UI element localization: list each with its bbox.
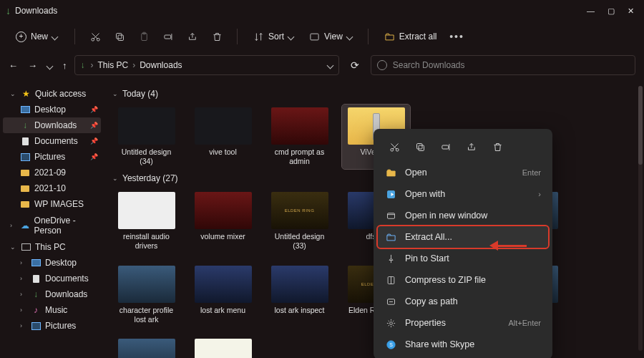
share-button[interactable]: [182, 26, 203, 47]
chevron-down-icon: ⌄: [112, 90, 118, 97]
file-thumbnail: [195, 266, 252, 303]
downloads-icon: ↓: [81, 60, 85, 70]
file-item[interactable]: reinstall audio drivers: [112, 189, 180, 253]
copy-button[interactable]: [109, 26, 130, 47]
sidebar-pc-downloads[interactable]: ›↓Downloads: [3, 286, 101, 302]
file-thumbnail: [118, 266, 175, 303]
ctx-compress-zip[interactable]: Compress to ZIP file: [378, 269, 548, 291]
close-button[interactable]: ✕: [628, 6, 634, 16]
pin-icon: 📌: [90, 137, 98, 145]
ctx-copy-path[interactable]: Copy as path: [378, 291, 548, 312]
file-thumbnail: [271, 266, 328, 303]
svg-rect-11: [416, 143, 422, 149]
sidebar-item-wp-images[interactable]: WP IMAGES: [3, 196, 101, 212]
sidebar-onedrive[interactable]: › ☁ OneDrive - Person: [3, 218, 101, 233]
file-thumbnail: [118, 339, 175, 358]
ctx-delete-button[interactable]: [488, 137, 507, 156]
ctx-open[interactable]: Open Enter: [378, 162, 548, 183]
ctx-pin-start[interactable]: Pin to Start: [378, 248, 548, 269]
new-button[interactable]: + New: [9, 29, 64, 45]
more-button[interactable]: •••: [447, 26, 467, 47]
pic-icon: [31, 321, 41, 331]
svg-rect-14: [387, 213, 394, 218]
up-button[interactable]: ↑: [62, 60, 67, 71]
ctx-cut-button[interactable]: [385, 137, 404, 156]
maximize-button[interactable]: ▢: [608, 6, 615, 16]
file-thumbnail: [118, 192, 175, 229]
music-icon: ♪: [31, 305, 41, 315]
refresh-button[interactable]: ⟳: [351, 59, 359, 71]
file-item[interactable]: [112, 336, 180, 358]
file-item[interactable]: cmd prompt as admin: [265, 105, 333, 169]
sidebar-this-pc[interactable]: ⌄ This PC: [3, 239, 101, 255]
file-name: reinstall audio drivers: [114, 232, 179, 251]
sidebar-pc-music[interactable]: ›♪Music: [3, 302, 101, 318]
skype-icon: S: [385, 339, 396, 350]
sidebar-quick-access[interactable]: ⌄ ★ Quick access: [3, 86, 101, 102]
chevron-down-icon: ⌄: [10, 243, 16, 251]
scrollbar-thumb[interactable]: [638, 86, 643, 165]
minimize-button[interactable]: —: [587, 6, 595, 15]
svg-text:S: S: [389, 342, 393, 347]
sort-icon: [253, 32, 264, 42]
file-name: character profile lost ark: [114, 306, 179, 324]
paste-button[interactable]: [134, 26, 154, 47]
chevron-down-icon[interactable]: [328, 62, 333, 69]
group-header[interactable]: ⌄Today (4): [112, 89, 635, 99]
address-bar[interactable]: ↓ › This PC › Downloads: [74, 55, 339, 75]
ctx-copy-button[interactable]: [411, 137, 429, 156]
forward-button[interactable]: →: [28, 60, 37, 71]
ctx-open-new-window[interactable]: Open in new window: [378, 205, 548, 226]
file-item[interactable]: character profile lost ark: [112, 263, 180, 327]
sidebar-pc-pictures[interactable]: ›Pictures: [3, 318, 101, 334]
downloads-app-icon: ↓: [6, 5, 11, 16]
sidebar-item-downloads[interactable]: ↓Downloads📌: [3, 117, 101, 133]
file-name: lost ark inspect: [274, 306, 324, 315]
chevron-down-icon: [347, 32, 352, 42]
search-input[interactable]: Search Downloads: [371, 55, 635, 75]
pin-icon: 📌: [90, 106, 98, 113]
extract-icon: [385, 231, 396, 243]
chevron-right-icon: ›: [10, 222, 16, 229]
sort-button[interactable]: Sort: [248, 29, 299, 45]
breadcrumb-current[interactable]: Downloads: [140, 60, 182, 70]
ctx-share-skype[interactable]: S Share with Skype: [378, 334, 548, 355]
sidebar-item-documents[interactable]: Documents📌: [3, 133, 101, 149]
file-item[interactable]: Untitled design (34): [112, 105, 180, 169]
recent-button[interactable]: [47, 60, 52, 71]
file-item[interactable]: vive tool: [189, 105, 257, 169]
annotation-arrow: [488, 241, 531, 251]
file-name: vive tool: [209, 147, 237, 157]
ctx-share-button[interactable]: [462, 137, 481, 156]
file-item[interactable]: lost ark inspect: [265, 263, 333, 327]
properties-icon: [385, 317, 396, 329]
delete-button[interactable]: [207, 26, 227, 47]
pin-icon: 📌: [90, 122, 98, 129]
ctx-rename-button[interactable]: [436, 137, 455, 156]
back-button[interactable]: ←: [9, 60, 18, 71]
sidebar-item-2021-10[interactable]: 2021-10: [3, 180, 101, 196]
sidebar-pc-documents[interactable]: ›Documents: [3, 271, 101, 286]
sidebar-item-2021-09[interactable]: 2021-09: [3, 165, 101, 180]
rename-button[interactable]: [158, 26, 178, 47]
context-icon-row: [378, 133, 548, 162]
pc-icon: [21, 242, 31, 252]
chevron-down-icon: ⌄: [10, 90, 16, 97]
file-item[interactable]: ELDEN RINGUntitled design (33): [265, 189, 333, 253]
ctx-properties[interactable]: Properties Alt+Enter: [378, 312, 548, 334]
dl-icon: ↓: [20, 120, 30, 130]
file-item[interactable]: volume mixer: [189, 189, 257, 253]
view-button[interactable]: View: [303, 29, 358, 45]
svg-rect-10: [419, 145, 424, 151]
sidebar-item-desktop[interactable]: Desktop📌: [3, 102, 101, 117]
file-item[interactable]: lost ark menu: [189, 263, 257, 327]
file-item[interactable]: elden ring 60 fps: [189, 336, 257, 358]
svg-rect-6: [164, 35, 170, 39]
sidebar-pc-desktop[interactable]: ›Desktop: [3, 255, 101, 271]
sidebar-item-pictures[interactable]: Pictures📌: [3, 149, 101, 165]
extract-all-button[interactable]: Extract all: [379, 29, 443, 45]
ctx-open-with[interactable]: Open with ›: [378, 183, 548, 205]
nav-arrows: ← → ↑: [9, 60, 67, 71]
breadcrumb-root[interactable]: This PC: [98, 60, 129, 70]
cut-button[interactable]: [85, 26, 105, 47]
